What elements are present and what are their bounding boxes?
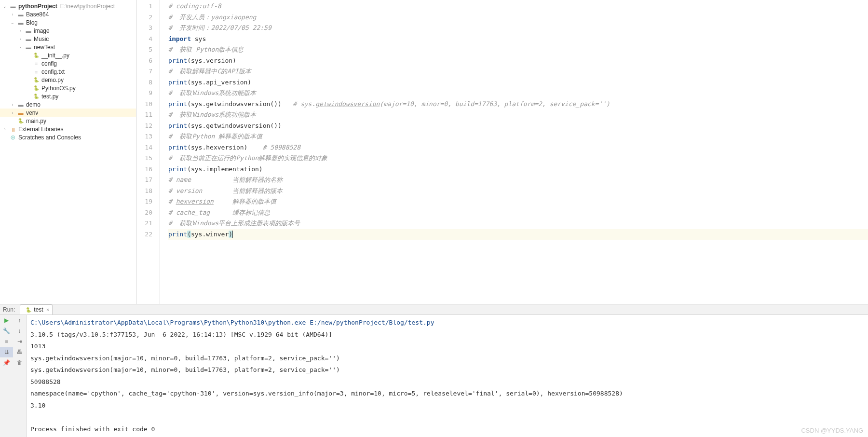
code-line[interactable]: # cache_tag 缓存标记信息 xyxy=(168,207,868,218)
tree-item-__init__-py[interactable]: ›🐍__init__.py xyxy=(0,51,136,59)
tree-item-demo-py[interactable]: ›🐍demo.py xyxy=(0,76,136,84)
folder-icon: ▬ xyxy=(9,2,17,10)
code-line[interactable]: # 获取Python 解释器的版本值 xyxy=(168,131,868,142)
scratches-consoles[interactable]: › ◎ Scratches and Consoles xyxy=(0,133,136,141)
softwrap-button[interactable]: ⇥ xyxy=(13,336,26,347)
console-line xyxy=(30,411,864,423)
tree-item-image[interactable]: ›▬image xyxy=(0,27,136,35)
code-line[interactable]: print(sys.implementation) xyxy=(168,164,868,175)
tree-item-demo[interactable]: ›▬demo xyxy=(0,100,136,109)
code-editor[interactable]: 12345678910111213141516171819202122 # co… xyxy=(136,0,868,304)
console-line: namespace(name='cpython', cache_tag='cpy… xyxy=(30,388,864,400)
code-line[interactable]: import sys xyxy=(168,34,868,45)
chevron-right-icon[interactable]: › xyxy=(2,126,8,132)
console-line: 1013 xyxy=(30,341,864,353)
code-area[interactable]: # coding:utf-8# 开发人员：yangxiaopeng# 开发时间：… xyxy=(160,0,868,304)
console-line: 50988528 xyxy=(30,376,864,388)
clear-button[interactable]: 🗑 xyxy=(13,357,26,368)
chevron-down-icon[interactable]: ⌄ xyxy=(2,3,8,9)
libraries-icon: ⫼ xyxy=(9,125,17,133)
tree-item-label: config xyxy=(41,60,57,67)
code-line[interactable]: # hexversion 解释器的版本值 xyxy=(168,196,868,207)
file-icon: ≡ xyxy=(32,68,40,76)
tree-item-PythonOS-py[interactable]: ›🐍PythonOS.py xyxy=(0,84,136,92)
code-line[interactable]: # 获取Windows平台上形成注册表项的版本号 xyxy=(168,218,868,229)
chevron-right-icon[interactable]: › xyxy=(17,28,23,34)
code-line[interactable]: # 获取Windows系统功能版本 xyxy=(168,109,868,121)
chevron-right-icon[interactable]: › xyxy=(10,12,15,17)
tree-item-label: test.py xyxy=(41,93,58,100)
scroll-button[interactable]: ⇊ xyxy=(0,347,13,357)
tree-item-config-txt[interactable]: ›≡config.txt xyxy=(0,68,136,76)
project-root[interactable]: ⌄ ▬ pythonProject E:\new\pythonProject xyxy=(0,2,136,10)
tree-item-label: PythonOS.py xyxy=(41,85,76,92)
console-line: sys.getwindowsversion(major=10, minor=0,… xyxy=(30,364,864,376)
code-line[interactable]: print(sys.version) xyxy=(168,55,868,67)
tree-item-newTest[interactable]: ›▬newTest xyxy=(0,43,136,51)
down-button[interactable]: ↓ xyxy=(13,326,26,336)
folder-icon: ▬ xyxy=(17,11,25,18)
code-line[interactable]: # coding:utf-8 xyxy=(168,1,868,12)
console-line: 3.10 xyxy=(30,400,864,412)
tree-item-test-py[interactable]: ›🐍test.py xyxy=(0,92,136,100)
tree-item-config[interactable]: ›≡config xyxy=(0,59,136,68)
run-label: Run: xyxy=(3,306,15,313)
pin-button[interactable]: 📌 xyxy=(0,357,13,368)
code-line[interactable]: # version 当前解释器的版本 xyxy=(168,186,868,197)
python-icon: 🐍 xyxy=(25,306,32,314)
code-line[interactable]: # 获取解释器中C的API版本 xyxy=(168,66,868,77)
code-line[interactable]: # 获取 Python版本信息 xyxy=(168,44,868,55)
project-sidebar[interactable]: ⌄ ▬ pythonProject E:\new\pythonProject ›… xyxy=(0,0,136,304)
code-line[interactable]: # 开发人员：yangxiaopeng xyxy=(168,12,868,23)
code-line[interactable]: # 获取Windows系统功能版本 xyxy=(168,88,868,99)
python-file-icon: 🐍 xyxy=(32,84,40,92)
tree-item-main-py[interactable]: ›🐍main.py xyxy=(0,117,136,125)
code-line[interactable]: print(sys.getwindowsversion()) # sys.get… xyxy=(168,99,868,110)
external-libraries[interactable]: › ⫼ External Libraries xyxy=(0,125,136,133)
rerun-button[interactable]: ▶ xyxy=(0,315,13,326)
code-line[interactable]: print(sys.winver) xyxy=(168,229,868,240)
up-button[interactable]: ↑ xyxy=(13,315,26,326)
tree-item-label: venv xyxy=(26,109,38,116)
run-panel: Run: 🐍 test × ▶ ↑ 🔧 ↓ ■ ⇥ ⇊ 🖶 xyxy=(0,304,868,437)
code-line[interactable]: # 获取当前正在运行的Python解释器的实现信息的对象 xyxy=(168,153,868,164)
run-tab-name: test xyxy=(34,306,43,313)
console-line: 3.10.5 (tags/v3.10.5:f377153, Jun 6 2022… xyxy=(30,329,864,341)
chevron-down-icon[interactable]: ⌄ xyxy=(10,20,15,26)
console-line: Process finished with exit code 0 xyxy=(30,423,864,436)
chevron-right-icon[interactable]: › xyxy=(17,36,23,42)
close-icon[interactable]: × xyxy=(46,307,49,313)
run-tab[interactable]: 🐍 test × xyxy=(20,304,53,314)
text-caret xyxy=(232,231,233,238)
folder-icon: ▬ xyxy=(25,35,32,43)
python-file-icon: 🐍 xyxy=(32,93,40,100)
python-file-icon: 🐍 xyxy=(32,76,40,84)
tree-item-label: demo xyxy=(26,101,41,108)
folder-icon: ▬ xyxy=(25,27,32,35)
scratches-icon: ◎ xyxy=(9,134,17,141)
tree-item-label: config.txt xyxy=(41,68,65,75)
tree-item-label: Music xyxy=(34,36,49,42)
tree-item-Blog[interactable]: ⌄▬Blog xyxy=(0,18,136,27)
console-output[interactable]: C:\Users\Administrator\AppData\Local\Pro… xyxy=(27,315,868,437)
console-line: sys.getwindowsversion(major=10, minor=0,… xyxy=(30,353,864,365)
chevron-right-icon[interactable]: › xyxy=(10,110,15,116)
tree-item-label: demo.py xyxy=(41,77,64,83)
code-line[interactable]: print(sys.api_version) xyxy=(168,77,868,88)
chevron-right-icon[interactable]: › xyxy=(17,44,23,50)
chevron-right-icon[interactable]: › xyxy=(10,102,15,108)
tree-item-Base864[interactable]: ›▬Base864 xyxy=(0,10,136,18)
code-line[interactable]: # 开发时间：2022/07/05 22:59 xyxy=(168,23,868,34)
stop-button[interactable]: ■ xyxy=(0,336,13,347)
settings-button[interactable]: 🔧 xyxy=(0,326,13,336)
watermark: CSDN @YYDS.YANG xyxy=(801,427,863,434)
code-line[interactable]: print(sys.getwindowsversion()) xyxy=(168,121,868,132)
line-gutter: 12345678910111213141516171819202122 xyxy=(136,0,160,304)
tree-item-venv[interactable]: ›▬venv xyxy=(0,109,136,117)
tree-item-Music[interactable]: ›▬Music xyxy=(0,35,136,43)
tree-item-label: newTest xyxy=(34,44,55,51)
print-button[interactable]: 🖶 xyxy=(13,347,26,357)
code-line[interactable]: # name 当前解释器的名称 xyxy=(168,175,868,186)
code-line[interactable]: print(sys.hexversion) # 50988528 xyxy=(168,142,868,153)
console-line: C:\Users\Administrator\AppData\Local\Pro… xyxy=(30,317,864,329)
